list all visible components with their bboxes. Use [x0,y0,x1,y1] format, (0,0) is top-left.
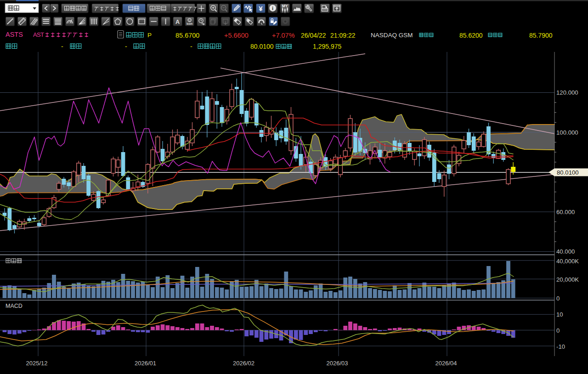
svg-text:120.000: 120.000 [556,89,578,96]
svg-text:40,000K: 40,000K [556,258,579,265]
svg-text:2026/03: 2026/03 [327,360,348,367]
svg-text:-: - [61,43,63,50]
svg-text:+5.6600: +5.6600 [224,32,249,39]
svg-text:10: 10 [556,311,563,318]
svg-text:1,295,975: 1,295,975 [313,43,341,50]
svg-text:A: A [175,19,180,25]
svg-text:-: - [125,43,127,50]
svg-text:MACD: MACD [6,303,23,309]
svg-text:40.000: 40.000 [556,248,575,255]
svg-text:80.0100: 80.0100 [250,43,274,50]
svg-text:26/04/22: 26/04/22 [301,32,326,39]
svg-text:NASDAQ GSM: NASDAQ GSM [371,32,413,39]
svg-text:2026/04: 2026/04 [435,360,457,367]
svg-text:icon: icon [187,22,192,25]
svg-text:85.6200: 85.6200 [459,32,483,39]
svg-text:100.000: 100.000 [556,129,578,136]
svg-text:20,000K: 20,000K [556,276,579,283]
svg-text:A: A [246,17,249,22]
svg-text:0: 0 [556,295,560,302]
svg-text:¥: ¥ [259,5,263,12]
svg-text:+7.07%: +7.07% [272,32,295,39]
svg-text:0: 0 [556,327,560,334]
svg-text:85.7900: 85.7900 [529,32,553,39]
svg-text:-: - [190,43,192,50]
svg-text:T: T [40,31,44,38]
svg-text:2025/12: 2025/12 [26,360,48,367]
svg-text:85.6700: 85.6700 [175,32,199,39]
svg-text:2026/02: 2026/02 [233,360,254,367]
svg-text:80.0100: 80.0100 [557,169,579,176]
svg-text:ASTS: ASTS [6,31,23,38]
svg-text:i: i [272,6,273,11]
svg-text:-10: -10 [556,343,565,350]
svg-text:P: P [147,32,152,39]
svg-text:2026/01: 2026/01 [135,360,156,367]
svg-text:21:09:22: 21:09:22 [330,32,356,39]
svg-text:60.000: 60.000 [556,209,575,215]
